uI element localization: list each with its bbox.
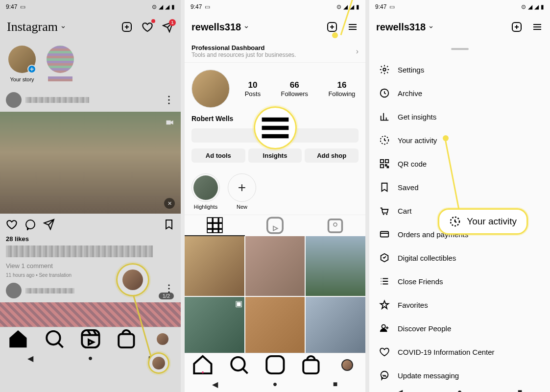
- story-avatar: [47, 46, 74, 73]
- nav-recent-button[interactable]: ■: [515, 387, 525, 392]
- nav-recent-button[interactable]: ■: [331, 379, 340, 389]
- menu-discover[interactable]: Discover People: [369, 317, 550, 340]
- list-icon: [379, 276, 390, 287]
- tab-search[interactable]: [221, 353, 257, 376]
- battery-icon: ▮: [171, 3, 175, 10]
- posts-stat[interactable]: 10Posts: [245, 80, 261, 98]
- menu-qr[interactable]: QR code: [369, 152, 550, 175]
- activity-badge: [151, 19, 155, 23]
- see-translation-link[interactable]: See translation: [39, 272, 72, 278]
- create-button[interactable]: [511, 21, 523, 33]
- carousel-icon: ▣: [235, 299, 242, 308]
- status-icons: ⊝ ◢ ◢ ▮: [152, 3, 175, 10]
- nav-home-button[interactable]: ●: [270, 379, 280, 389]
- post-author-avatar[interactable]: [6, 283, 22, 298]
- menu-button[interactable]: [347, 21, 359, 33]
- activity-feed-button[interactable]: [142, 21, 153, 33]
- menu-insights[interactable]: Get insights: [369, 105, 550, 128]
- tagged-tab[interactable]: [305, 215, 365, 236]
- svg-rect-12: [267, 218, 283, 233]
- username-dropdown[interactable]: rewells318: [191, 22, 250, 33]
- nav-home-button[interactable]: ●: [86, 353, 96, 363]
- ad-tools-button[interactable]: Ad tools: [191, 148, 245, 163]
- menu-your-activity[interactable]: Your activity: [369, 128, 550, 152]
- send-icon: [43, 219, 55, 230]
- card-icon: [379, 229, 390, 240]
- post-image[interactable]: ✕: [0, 112, 181, 214]
- create-post-button[interactable]: [121, 21, 133, 33]
- tab-shop[interactable]: [293, 353, 329, 376]
- shop-icon: [108, 327, 144, 350]
- post-author-name[interactable]: [25, 288, 74, 294]
- tab-reels[interactable]: [72, 327, 109, 350]
- grid-item[interactable]: ▣: [185, 297, 244, 353]
- your-story-label: Your story: [10, 76, 34, 82]
- grid-item[interactable]: [306, 297, 365, 353]
- post-author-avatar[interactable]: [6, 92, 22, 108]
- menu-saved[interactable]: Saved: [369, 175, 550, 199]
- menu-favorites[interactable]: Favorites: [369, 293, 550, 317]
- professional-dashboard-bar[interactable]: Professional Dashboard Tools and resourc…: [185, 40, 365, 63]
- highlight-item[interactable]: Highlights: [191, 173, 220, 210]
- story-label-redacted: [48, 76, 72, 81]
- following-stat[interactable]: 16Following: [328, 80, 355, 98]
- grid-item[interactable]: [245, 236, 305, 296]
- tab-home[interactable]: [0, 327, 36, 350]
- svg-point-6: [168, 288, 170, 290]
- instagram-logo[interactable]: Instagram: [7, 20, 67, 34]
- highlight-dot: [443, 135, 449, 141]
- add-shop-button[interactable]: Add shop: [305, 148, 359, 163]
- second-post-image[interactable]: 1/2: [0, 302, 181, 327]
- dashboard-subtitle: Tools and resources just for businesses.: [191, 51, 296, 58]
- menu-settings[interactable]: Settings: [369, 58, 550, 81]
- nav-back-button[interactable]: ◀: [395, 387, 405, 392]
- chat-icon: [24, 219, 36, 230]
- nav-back-button[interactable]: ◀: [25, 353, 35, 363]
- insights-button[interactable]: Insights: [248, 148, 302, 163]
- tab-reels[interactable]: [257, 353, 293, 376]
- vpn-icon: ▭: [20, 3, 25, 10]
- mute-icon[interactable]: ✕: [164, 198, 175, 209]
- menu-archive[interactable]: Archive: [369, 81, 550, 105]
- your-story[interactable]: + Your story: [6, 44, 38, 84]
- reels-tab[interactable]: [245, 215, 305, 236]
- menu-button[interactable]: [531, 21, 543, 33]
- username-dropdown[interactable]: rewells318: [376, 22, 434, 33]
- story-item[interactable]: [44, 44, 76, 84]
- likes-count[interactable]: 28 likes: [0, 235, 181, 243]
- profile-avatar[interactable]: [191, 70, 230, 108]
- followers-stat[interactable]: 66Followers: [281, 80, 308, 98]
- grid-item[interactable]: [185, 236, 244, 296]
- tab-profile[interactable]: [329, 353, 365, 376]
- menu-digital[interactable]: Digital collectibles: [369, 246, 550, 270]
- highlight-new[interactable]: + New: [228, 173, 256, 210]
- menu-covid[interactable]: COVID-19 Information Center: [369, 340, 550, 364]
- hamburger-icon: [531, 21, 543, 33]
- grid-item[interactable]: [306, 236, 365, 296]
- post-more-button[interactable]: [163, 94, 175, 106]
- menu-messaging[interactable]: Update messaging: [369, 364, 550, 387]
- tab-search[interactable]: [36, 327, 72, 350]
- home-icon: [0, 327, 36, 350]
- direct-messages-button[interactable]: 1: [162, 21, 174, 33]
- menu-close-friends[interactable]: Close Friends: [369, 270, 550, 293]
- svg-point-2: [168, 99, 170, 101]
- svg-point-28: [382, 325, 385, 328]
- nav-back-button[interactable]: ◀: [210, 379, 220, 389]
- tab-shop[interactable]: [108, 327, 144, 350]
- create-button[interactable]: [326, 21, 338, 33]
- person-plus-icon: [379, 323, 390, 334]
- grid-item[interactable]: [245, 297, 305, 353]
- stories-row[interactable]: + Your story: [0, 40, 181, 88]
- like-button[interactable]: [6, 219, 18, 230]
- sheet-handle[interactable]: [451, 48, 469, 50]
- grid-tab[interactable]: [185, 215, 245, 236]
- share-button[interactable]: [43, 219, 55, 230]
- save-button[interactable]: [163, 219, 175, 230]
- comment-button[interactable]: [24, 219, 36, 230]
- post-author-name[interactable]: [25, 97, 89, 103]
- tab-home[interactable]: [185, 353, 221, 376]
- tab-profile[interactable]: [144, 327, 181, 350]
- view-comments-link[interactable]: View 1 comment: [0, 260, 181, 271]
- nav-home-button[interactable]: ●: [455, 387, 465, 392]
